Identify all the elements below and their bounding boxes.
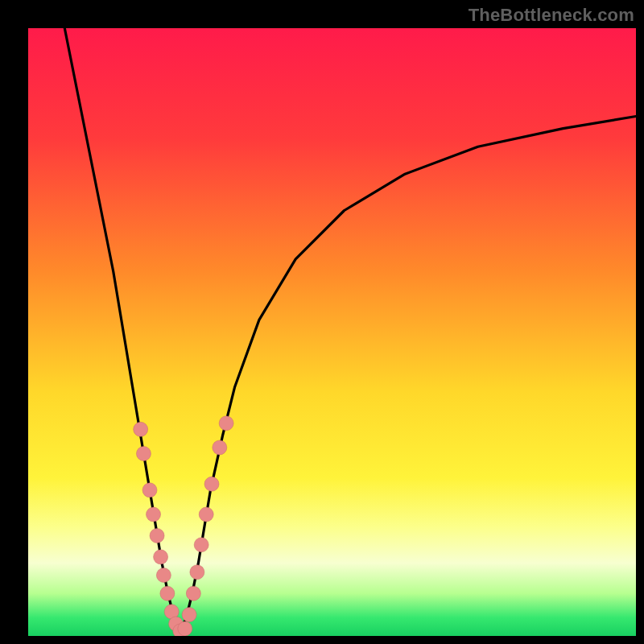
chart-stage: TheBottleneck.com bbox=[0, 0, 644, 644]
data-marker bbox=[182, 608, 196, 622]
data-marker bbox=[154, 550, 168, 564]
data-marker bbox=[142, 483, 157, 497]
svg-rect-0 bbox=[28, 28, 636, 636]
data-marker bbox=[219, 416, 233, 431]
data-marker bbox=[199, 507, 213, 522]
data-marker bbox=[150, 528, 164, 543]
data-marker bbox=[190, 565, 204, 580]
data-marker bbox=[147, 507, 161, 522]
data-marker bbox=[186, 586, 200, 601]
data-marker bbox=[213, 440, 227, 455]
plot-area bbox=[28, 28, 636, 636]
data-marker bbox=[134, 422, 148, 436]
data-marker bbox=[194, 538, 208, 552]
data-marker bbox=[160, 586, 175, 601]
data-marker bbox=[136, 447, 151, 461]
data-marker bbox=[204, 477, 219, 491]
bottleneck-chart bbox=[28, 28, 636, 636]
data-marker bbox=[156, 568, 171, 583]
data-marker bbox=[178, 621, 192, 636]
attribution-label: TheBottleneck.com bbox=[469, 5, 634, 26]
